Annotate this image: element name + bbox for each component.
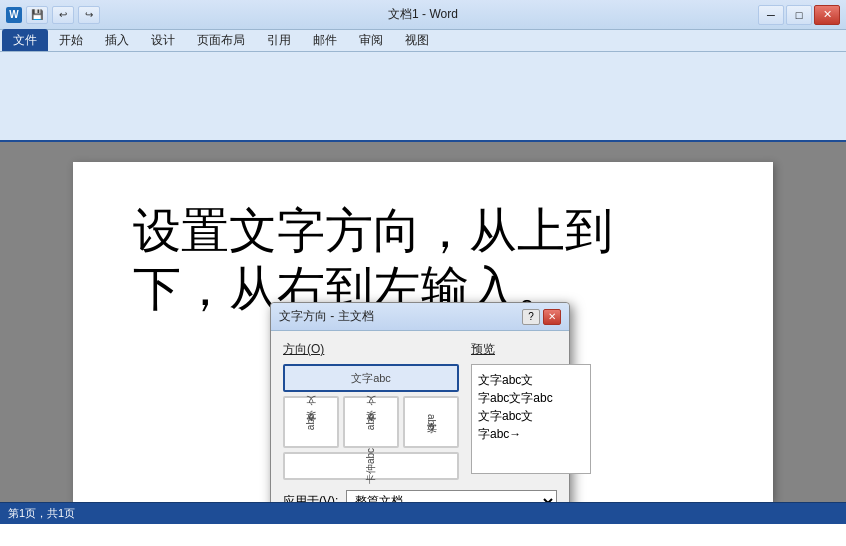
- status-bar: 第1页，共1页: [0, 502, 846, 524]
- dialog-main-row: 方向(O) 文字abc 文字abc文 文字abc文: [283, 341, 557, 480]
- direction-vert-3[interactable]: 文字abc: [403, 396, 459, 448]
- direction-label: 方向(O): [283, 341, 459, 358]
- ribbon-tabs: 文件 开始 插入 设计 页面布局 引用 邮件 审阅 视图: [0, 30, 846, 52]
- vert-text-1: 文字abc文: [304, 414, 318, 430]
- direction-vert-1[interactable]: 文字abc文: [283, 396, 339, 448]
- dir-bottom-text: 卡仲abc: [364, 448, 378, 484]
- apply-label: 应用于(V):: [283, 493, 338, 503]
- preview-text: 文字abc文 字abc文字abc 文字abc文 字abc→: [478, 371, 584, 443]
- word-icon: W: [6, 7, 22, 23]
- tab-view[interactable]: 视图: [394, 29, 440, 51]
- direction-horizontal[interactable]: 文字abc: [283, 364, 459, 392]
- dialog-close-button[interactable]: ✕: [543, 309, 561, 325]
- tab-insert[interactable]: 插入: [94, 29, 140, 51]
- dialog-title-icons: ? ✕: [522, 309, 561, 325]
- maximize-button[interactable]: □: [786, 5, 812, 25]
- minimize-button[interactable]: ─: [758, 5, 784, 25]
- window-controls: ─ □ ✕: [758, 5, 840, 25]
- redo-btn[interactable]: ↪: [78, 6, 100, 24]
- preview-label: 预览: [471, 341, 591, 358]
- tab-start[interactable]: 开始: [48, 29, 94, 51]
- direction-bottom[interactable]: 卡仲abc: [283, 452, 459, 480]
- save-btn[interactable]: 💾: [26, 6, 48, 24]
- tab-layout[interactable]: 页面布局: [186, 29, 256, 51]
- direction-vert-row: 文字abc文 文字abc文 文字abc: [283, 396, 459, 448]
- direction-vert-2[interactable]: 文字abc文: [343, 396, 399, 448]
- tab-review[interactable]: 审阅: [348, 29, 394, 51]
- vert-text-2: 文字abc文: [364, 414, 378, 430]
- window-title: 文档1 - Word: [388, 6, 458, 23]
- dialog-body: 方向(O) 文字abc 文字abc文 文字abc文: [271, 331, 569, 502]
- dir-horiz-text: 文字abc: [351, 371, 391, 386]
- dialog-title: 文字方向 - 主文档: [279, 308, 374, 325]
- document-area: 设置文字方向，从上到 下，从右到左输入。 文字方向 - 主文档 ? ✕ 方向(O…: [0, 142, 846, 502]
- preview-box: 文字abc文 字abc文字abc 文字abc文 字abc→: [471, 364, 591, 474]
- tab-mail[interactable]: 邮件: [302, 29, 348, 51]
- dialog-title-bar: 文字方向 - 主文档 ? ✕: [271, 303, 569, 331]
- text-direction-dialog: 文字方向 - 主文档 ? ✕ 方向(O) 文字abc: [270, 302, 570, 502]
- tab-file[interactable]: 文件: [2, 29, 48, 51]
- dialog-help-button[interactable]: ?: [522, 309, 540, 325]
- preview-section: 预览 文字abc文 字abc文字abc 文字abc文 字abc→: [471, 341, 591, 480]
- close-button[interactable]: ✕: [814, 5, 840, 25]
- dialog-overlay: 文字方向 - 主文档 ? ✕ 方向(O) 文字abc: [0, 142, 846, 502]
- undo-btn[interactable]: ↩: [52, 6, 74, 24]
- title-bar-left: W 💾 ↩ ↪: [6, 6, 100, 24]
- tab-design[interactable]: 设计: [140, 29, 186, 51]
- ribbon: [0, 52, 846, 142]
- vert-text-3: 文字abc: [424, 414, 438, 430]
- status-text: 第1页，共1页: [8, 506, 75, 521]
- apply-row: 应用于(V): 整篇文档 本节 插入点之后: [283, 490, 557, 502]
- tab-refs[interactable]: 引用: [256, 29, 302, 51]
- direction-section: 方向(O) 文字abc 文字abc文 文字abc文: [283, 341, 459, 480]
- title-bar: W 💾 ↩ ↪ 文档1 - Word ─ □ ✕: [0, 0, 846, 30]
- apply-select[interactable]: 整篇文档 本节 插入点之后: [346, 490, 557, 502]
